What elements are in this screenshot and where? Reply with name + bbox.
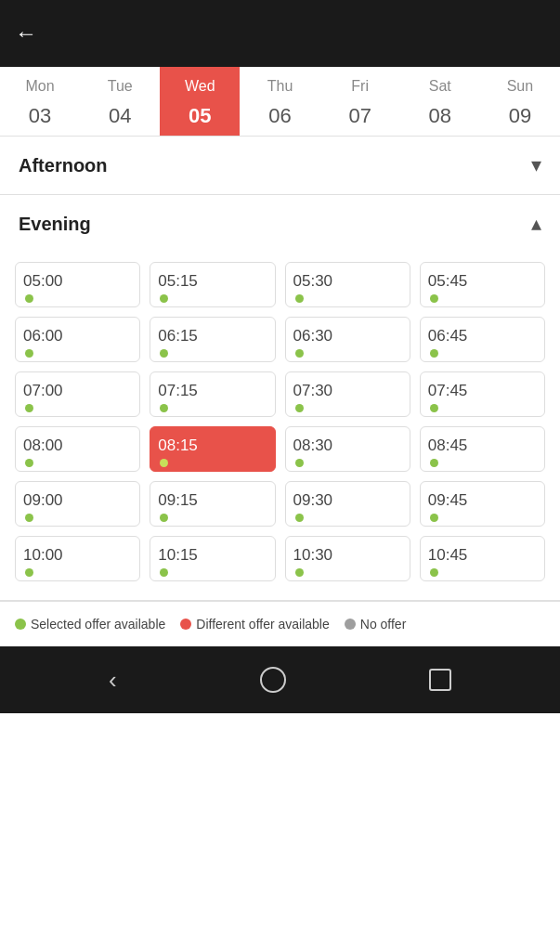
nav-recents-icon[interactable] [429, 669, 451, 691]
legend: Selected offer available Different offer… [0, 601, 560, 646]
time-slot-0730[interactable]: 07:30 [285, 371, 410, 417]
time-text: 07:30 [293, 382, 333, 400]
time-slot-1000[interactable]: 10:00 [15, 536, 140, 581]
time-slot-0645[interactable]: 06:45 [420, 317, 545, 362]
evening-title: Evening [19, 214, 91, 235]
afternoon-title: Afternoon [19, 155, 108, 176]
time-slot-0545[interactable]: 05:45 [420, 262, 545, 307]
time-slot-0745[interactable]: 07:45 [420, 371, 545, 417]
header: ← [0, 0, 560, 67]
afternoon-header[interactable]: Afternoon ▾ [0, 137, 560, 194]
afternoon-chevron: ▾ [531, 153, 541, 177]
time-text: 07:00 [23, 382, 63, 400]
time-slot-0930[interactable]: 09:30 [285, 481, 410, 527]
time-slot-0945[interactable]: 09:45 [420, 481, 545, 527]
availability-dot [160, 568, 168, 577]
availability-dot [160, 349, 168, 358]
evening-chevron: ▴ [531, 212, 541, 236]
availability-dot [25, 459, 33, 467]
time-text: 08:00 [23, 436, 63, 455]
day-num: 08 [429, 104, 451, 128]
time-slot-1045[interactable]: 10:45 [420, 536, 545, 581]
time-slot-0800[interactable]: 08:00 [15, 426, 140, 472]
day-col-sun[interactable]: Sun 09 [480, 67, 560, 136]
time-text: 07:15 [158, 382, 198, 400]
availability-dot [160, 294, 168, 303]
availability-dot [295, 349, 304, 358]
availability-dot [160, 459, 168, 467]
nav-home-icon[interactable] [260, 667, 286, 693]
day-num: 04 [109, 104, 131, 128]
day-col-sat[interactable]: Sat 08 [400, 67, 480, 136]
day-name: Sun [507, 78, 533, 95]
availability-dot [160, 404, 168, 412]
time-slot-0600[interactable]: 06:00 [15, 317, 140, 362]
legend-dot [15, 619, 26, 630]
time-slot-0830[interactable]: 08:30 [285, 426, 410, 472]
day-col-tue[interactable]: Tue 04 [80, 67, 160, 136]
time-slot-0500[interactable]: 05:00 [15, 262, 140, 307]
legend-dot [345, 619, 356, 630]
time-slot-0530[interactable]: 05:30 [285, 262, 410, 307]
time-slot-0515[interactable]: 05:15 [150, 262, 275, 307]
availability-dot [160, 514, 168, 522]
availability-dot [295, 459, 304, 467]
time-text: 06:00 [23, 327, 63, 345]
time-slot-0845[interactable]: 08:45 [420, 426, 545, 472]
time-text: 10:30 [293, 546, 333, 565]
day-name: Thu [267, 78, 293, 95]
time-grid: 05:00 05:15 05:30 05:45 06:00 06:15 06:3… [0, 253, 560, 600]
calendar-week: Mon 03 Tue 04 Wed 05 Thu 06 Fri 07 Sat 0… [0, 67, 560, 137]
day-name: Sat [429, 78, 451, 95]
day-name: Tue [108, 78, 133, 95]
time-slot-0715[interactable]: 07:15 [150, 371, 275, 417]
availability-dot [25, 404, 33, 412]
time-text: 06:15 [158, 327, 198, 345]
legend-dot [180, 619, 191, 630]
time-text: 05:45 [428, 272, 468, 291]
availability-dot [430, 349, 438, 358]
time-text: 10:00 [23, 546, 63, 565]
time-slot-1015[interactable]: 10:15 [150, 536, 275, 581]
time-slot-1030[interactable]: 10:30 [285, 536, 410, 581]
time-text: 06:45 [428, 327, 468, 345]
day-num: 03 [29, 104, 51, 128]
day-col-mon[interactable]: Mon 03 [0, 67, 80, 136]
legend-item: Selected offer available [15, 617, 165, 632]
day-name: Fri [351, 78, 369, 95]
time-slot-0900[interactable]: 09:00 [15, 481, 140, 527]
availability-dot [25, 349, 33, 358]
time-text: 07:45 [428, 382, 468, 400]
day-num: 07 [348, 104, 371, 128]
time-slot-0615[interactable]: 06:15 [150, 317, 275, 362]
availability-dot [295, 294, 304, 303]
legend-label: Different offer available [196, 617, 329, 632]
time-text: 05:30 [293, 272, 333, 291]
legend-label: Selected offer available [31, 617, 165, 632]
day-name: Wed [185, 78, 215, 95]
availability-dot [25, 514, 33, 522]
day-col-wed[interactable]: Wed 05 [160, 67, 240, 136]
time-text: 05:15 [158, 272, 198, 291]
time-slot-0700[interactable]: 07:00 [15, 371, 140, 417]
nav-back-icon[interactable]: ‹ [109, 666, 117, 695]
time-text: 10:45 [428, 546, 468, 565]
availability-dot [295, 514, 304, 522]
day-num: 09 [509, 104, 531, 128]
legend-item: Different offer available [180, 617, 329, 632]
availability-dot [25, 294, 33, 303]
time-text: 08:30 [293, 436, 333, 455]
time-slot-0915[interactable]: 09:15 [150, 481, 275, 527]
afternoon-section: Afternoon ▾ [0, 137, 560, 195]
time-text: 08:15 [158, 436, 198, 455]
time-slot-0815[interactable]: 08:15 [150, 426, 275, 472]
availability-dot [295, 568, 304, 577]
evening-header[interactable]: Evening ▴ [0, 195, 560, 253]
availability-dot [430, 514, 438, 522]
day-col-thu[interactable]: Thu 06 [240, 67, 319, 136]
evening-section: Evening ▴ 05:00 05:15 05:30 05:45 06:00 … [0, 195, 560, 601]
time-slot-0630[interactable]: 06:30 [285, 317, 410, 362]
back-button[interactable]: ← [15, 20, 37, 46]
day-col-fri[interactable]: Fri 07 [320, 67, 400, 136]
time-text: 08:45 [428, 436, 468, 455]
